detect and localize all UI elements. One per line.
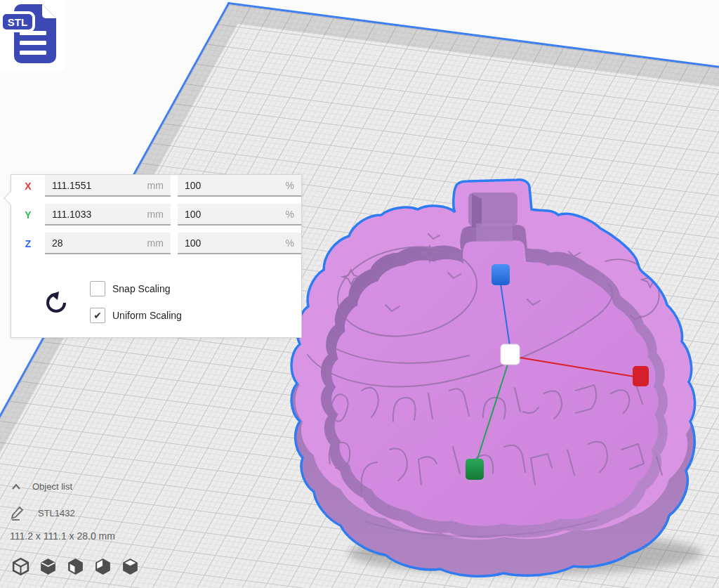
z-size-unit: mm	[147, 237, 164, 249]
z-axis-label: Z	[22, 238, 34, 249]
snap-scaling-row: Snap Scaling	[90, 280, 182, 297]
object-item-name: STL1432	[38, 508, 75, 518]
view-top-button[interactable]	[66, 557, 85, 576]
x-percent-input[interactable]	[185, 180, 262, 191]
chevron-up-icon	[11, 483, 21, 490]
x-size-field[interactable]: mm	[45, 175, 171, 197]
uniform-scaling-row: ✔ Uniform Scaling	[90, 307, 182, 324]
z-size-field[interactable]: mm	[45, 233, 171, 254]
object-list-item[interactable]: STL1432	[10, 504, 75, 521]
view-left-button[interactable]	[93, 557, 112, 576]
x-axis-scale-handle[interactable]	[633, 366, 649, 386]
z-percent-input[interactable]	[185, 237, 262, 249]
uniform-scaling-checkbox[interactable]: ✔	[90, 308, 105, 323]
scale-tool-panel: X mm % Y mm % Z mm	[11, 174, 302, 338]
y-axis-scale-handle[interactable]	[466, 459, 484, 480]
cube-wireframe-icon	[11, 557, 30, 576]
z-percent-field[interactable]: %	[178, 233, 301, 254]
uniform-scaling-label: Uniform Scaling	[112, 310, 182, 321]
cube-front-face-icon	[66, 557, 85, 576]
x-axis-label: X	[22, 181, 34, 192]
uniform-scale-handle[interactable]	[501, 344, 520, 365]
stl-badge-label: STL	[8, 16, 27, 28]
camera-view-toolbar	[11, 557, 140, 576]
reset-rotate-icon	[44, 287, 70, 315]
snap-scaling-label: Snap Scaling	[112, 283, 171, 294]
cube-left-face-icon	[93, 557, 112, 576]
y-size-field[interactable]: mm	[45, 204, 171, 226]
stl-file-icon: STL	[0, 0, 65, 70]
y-size-unit: mm	[147, 209, 164, 220]
model-stl1432[interactable]	[291, 143, 694, 576]
y-size-input[interactable]	[52, 209, 129, 220]
view-3d-button[interactable]	[11, 557, 30, 576]
y-axis-label: Y	[22, 209, 34, 221]
z-axis-scale-handle[interactable]	[492, 264, 510, 285]
x-percent-field[interactable]: %	[178, 175, 301, 197]
reset-scale-button[interactable]	[44, 287, 70, 315]
scale-row-z: Z mm %	[22, 233, 301, 254]
object-list-title: Object list	[32, 481, 72, 492]
model-dimensions-readout: 111.2 x 111.1 x 28.0 mm	[10, 530, 115, 542]
edit-pencil-icon	[10, 504, 25, 521]
cube-top-face-icon	[121, 557, 140, 576]
y-percent-unit: %	[286, 209, 294, 220]
snap-scaling-checkbox[interactable]	[90, 281, 105, 296]
z-size-input[interactable]	[52, 237, 129, 249]
scale-row-x: X mm %	[22, 175, 301, 197]
cube-solid-icon	[39, 557, 58, 576]
x-size-unit: mm	[147, 180, 164, 191]
x-percent-unit: %	[286, 180, 294, 191]
object-list-header[interactable]: Object list	[11, 481, 72, 492]
view-right-button[interactable]	[121, 557, 140, 576]
3d-viewport[interactable]: STL X mm % Y mm %	[0, 0, 719, 588]
y-percent-input[interactable]	[185, 209, 262, 220]
scale-row-y: Y mm %	[22, 204, 301, 226]
x-size-input[interactable]	[52, 180, 129, 191]
folded-corner	[42, 4, 56, 18]
view-front-button[interactable]	[39, 557, 58, 576]
y-percent-field[interactable]: %	[178, 204, 301, 226]
z-percent-unit: %	[286, 237, 294, 249]
